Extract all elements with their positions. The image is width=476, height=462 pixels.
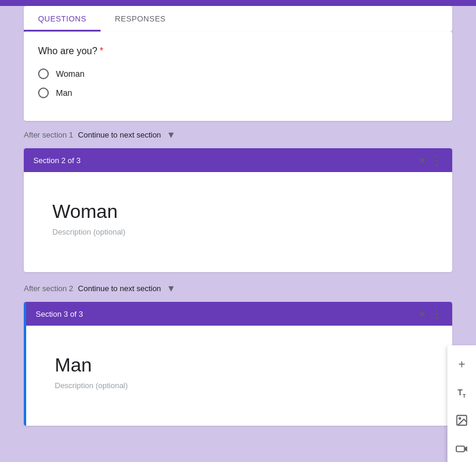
option-man[interactable]: Man [38, 88, 438, 98]
section3-actions: ✕ ⋮ [418, 307, 443, 321]
section3-block: Section 3 of 3 ✕ ⋮ Man Description (opti… [24, 302, 452, 426]
after-section1-dropdown-icon[interactable]: ▾ [168, 128, 174, 141]
tab-bar: QUESTIONS RESPONSES [24, 6, 452, 32]
section2-more-icon[interactable]: ⋮ [431, 153, 443, 167]
section3-collapse-icon[interactable]: ✕ [418, 308, 426, 320]
radio-circle-man [38, 88, 49, 98]
toolbar-image-button[interactable] [447, 407, 476, 436]
section2-header: Section 2 of 3 ✕ ⋮ [24, 148, 452, 172]
section3-badge: Section 3 of 3 [36, 310, 83, 319]
section2-wrapper: Section 2 of 3 ✕ ⋮ Woman Description (op… [24, 148, 452, 272]
toolbar-text-button[interactable]: TT [447, 379, 476, 407]
option-woman-label: Woman [56, 69, 84, 79]
required-star: * [100, 46, 104, 57]
question-text: Who are you? [38, 46, 98, 57]
section3-description[interactable]: Description (optional) [40, 381, 438, 407]
image-icon [455, 414, 468, 430]
tab-responses[interactable]: RESPONSES [101, 6, 180, 32]
after-section2-dropdown-icon[interactable]: ▾ [168, 282, 174, 295]
section3-header: Section 3 of 3 ✕ ⋮ [26, 302, 452, 326]
top-bar [0, 0, 476, 6]
section2-block: Section 2 of 3 ✕ ⋮ Woman Description (op… [24, 148, 452, 272]
section3-more-icon[interactable]: ⋮ [431, 307, 443, 321]
svg-point-1 [459, 417, 461, 419]
toolbar-add-button[interactable]: + [447, 350, 476, 379]
section2-badge: Section 2 of 3 [33, 156, 81, 165]
option-man-label: Man [56, 88, 72, 98]
section3-body: Man Description (optional) [26, 326, 452, 426]
option-woman[interactable]: Woman [38, 68, 438, 79]
after-section1-label: After section 1 [24, 130, 73, 139]
add-icon: + [458, 358, 465, 372]
svg-rect-2 [456, 446, 465, 451]
video-icon [455, 442, 468, 458]
section2-collapse-icon[interactable]: ✕ [418, 155, 426, 166]
tab-questions[interactable]: QUESTIONS [24, 6, 101, 32]
section2-body: Woman Description (optional) [24, 172, 452, 272]
text-icon: TT [458, 388, 466, 399]
section3-title: Man [40, 340, 438, 381]
after-section2-label: After section 2 [24, 284, 73, 293]
section1-card: Who are you? * Woman Man [24, 32, 452, 121]
section3-wrapper: Section 3 of 3 ✕ ⋮ Man Description (opti… [24, 302, 452, 426]
question-title: Who are you? * [38, 46, 438, 57]
floating-toolbar: + TT [447, 345, 476, 462]
after-section1-row: After section 1 Continue to next section… [24, 121, 452, 148]
toolbar-video-button[interactable] [447, 436, 476, 462]
section2-actions: ✕ ⋮ [418, 153, 443, 167]
after-section2-value: Continue to next section [78, 284, 161, 293]
after-section1-value: Continue to next section [78, 130, 161, 139]
section2-description[interactable]: Description (optional) [38, 227, 438, 253]
after-section2-row: After section 2 Continue to next section… [24, 274, 452, 302]
radio-circle-woman [38, 68, 49, 79]
section2-title: Woman [38, 186, 438, 227]
